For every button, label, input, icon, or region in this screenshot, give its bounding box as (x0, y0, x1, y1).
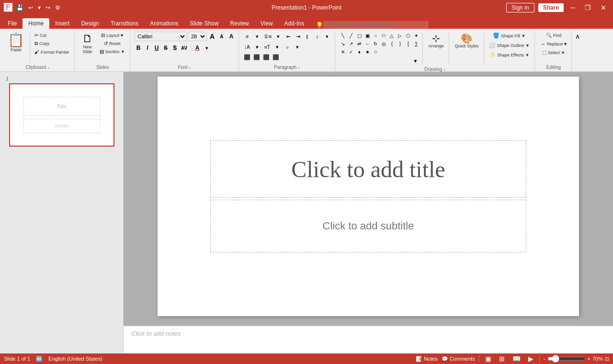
normal-view-button[interactable]: ▣ (483, 354, 493, 364)
smartart-dropdown[interactable]: ▾ (293, 42, 302, 52)
save-button[interactable]: 💾 (14, 3, 25, 12)
tab-animations[interactable]: Animations (144, 18, 184, 29)
zoom-out-button[interactable]: - (544, 356, 545, 362)
strikethrough-button[interactable]: S (161, 44, 170, 52)
numbering-button[interactable]: ①≡ (263, 32, 272, 41)
slide-thumbnail[interactable]: Title Subtitle (9, 83, 114, 147)
more-shapes-button[interactable]: ▼ (410, 56, 420, 66)
line-spacing-dropdown[interactable]: ▾ (322, 32, 332, 41)
shape-outline-button[interactable]: ⬜ Shape Outline ▼ (487, 41, 531, 49)
shape-arrow-up[interactable]: ↗ (347, 40, 355, 47)
font-shrink-button[interactable]: A (217, 32, 226, 41)
justify-button[interactable]: ⬛ (272, 53, 280, 61)
align-right-button[interactable]: ⬛ (262, 53, 271, 61)
replace-button[interactable]: ↔ Replace ▾ (539, 40, 568, 47)
font-size-select[interactable]: 2881012141824364872 (188, 32, 207, 41)
spacing-button[interactable]: AV (180, 44, 189, 52)
slide-sorter-button[interactable]: ⊞ (497, 354, 507, 364)
align-text-button[interactable]: ≡T (263, 43, 272, 51)
font-grow-button[interactable]: A (208, 32, 216, 41)
slide-canvas[interactable]: Click to add title Click to add subtitle (158, 77, 579, 316)
fit-slide-button[interactable]: ⊡ (605, 356, 609, 362)
shape-star-empty[interactable]: ☆ (372, 48, 379, 56)
paste-button[interactable]: 📋 Paste (5, 32, 27, 54)
shape-left-arrow[interactable]: ← (363, 40, 371, 47)
smartart-button[interactable]: ⟐ (283, 43, 292, 51)
shape-triangle[interactable]: △ (388, 32, 396, 39)
shape-hexagon[interactable]: ⬡ (404, 32, 412, 39)
align-text-dropdown[interactable]: ▾ (272, 42, 282, 52)
shape-star5[interactable]: ★ (363, 48, 371, 56)
align-center-button[interactable]: ⬛ (252, 53, 261, 61)
undo-dropdown-button[interactable]: ▾ (36, 3, 43, 12)
paragraph-expand-icon[interactable]: ⌄ (297, 65, 301, 69)
tab-review[interactable]: Review (224, 18, 254, 29)
tab-addins[interactable]: Add-Ins (279, 18, 310, 29)
select-button[interactable]: ⬚ Select ▼ (539, 49, 568, 56)
columns-button[interactable]: ⫿ (303, 32, 312, 41)
notes-area[interactable]: Click to add notes (124, 326, 613, 353)
tab-view[interactable]: View (255, 18, 279, 29)
notes-button[interactable]: 📝 Notes (416, 356, 438, 362)
title-placeholder[interactable]: Click to add title (210, 140, 526, 198)
zoom-in-button[interactable]: + (588, 356, 590, 362)
font-color-button[interactable]: A (193, 44, 202, 52)
subtitle-placeholder[interactable]: Click to add subtitle (210, 200, 526, 252)
tab-file[interactable]: File (2, 18, 23, 29)
reset-button[interactable]: ↺ Reset (98, 40, 127, 47)
underline-button[interactable]: U (152, 44, 161, 52)
find-button[interactable]: 🔍 Find (539, 32, 568, 39)
shape-circle[interactable]: ◎ (380, 40, 387, 47)
shape-diamond[interactable]: ♦ (355, 48, 363, 56)
shape-cross[interactable]: ✕ (339, 48, 347, 56)
drawing-expand-icon[interactable]: ⌄ (443, 67, 446, 71)
shape-line[interactable]: ╲ (339, 32, 347, 39)
bold-button[interactable]: B (134, 44, 143, 52)
shape-check[interactable]: ✓ (347, 48, 355, 56)
numbering-dropdown[interactable]: ▾ (273, 32, 283, 41)
shape-fill-button[interactable]: 🪣 Shape Fill ▼ (487, 32, 531, 40)
tab-design[interactable]: Design (75, 18, 104, 29)
arrange-button[interactable]: ⊹ Arrange (425, 32, 446, 50)
shape-ellipse[interactable]: ⬭ (380, 32, 387, 39)
text-direction-dropdown[interactable]: ▾ (252, 42, 262, 52)
quick-styles-button[interactable]: 🎨 Quick Styles (452, 32, 481, 50)
font-color-dropdown-button[interactable]: ▾ (202, 43, 212, 53)
search-input[interactable] (323, 21, 429, 29)
text-direction-button[interactable]: ↕A (243, 43, 251, 51)
increase-indent-button[interactable]: ⇥ (294, 32, 302, 41)
clipboard-expand-icon[interactable]: ⌄ (47, 65, 50, 69)
shape-rounded-rect[interactable]: ▣ (363, 32, 371, 39)
shape-curved[interactable]: ↻ (372, 40, 379, 47)
customize-quick-access-button[interactable]: ⚙ (53, 3, 62, 12)
reading-view-button[interactable]: 📖 (511, 354, 522, 364)
shape-arrow-down[interactable]: ↘ (339, 40, 347, 47)
shape-star4[interactable]: ✦ (412, 32, 420, 39)
zoom-slider[interactable] (547, 355, 586, 363)
shape-effects-button[interactable]: ✨ Shape Effects ▼ (487, 51, 531, 59)
shape-bracket[interactable]: [ (404, 40, 412, 47)
comments-button[interactable]: 💬 Comments (442, 356, 475, 362)
signin-button[interactable]: Sign in (506, 3, 534, 12)
new-slide-button[interactable]: 🗋 New Slide (79, 32, 97, 56)
shape-line2[interactable]: ╱ (347, 32, 355, 39)
font-family-select[interactable]: CalibriArialTimes New Roman (134, 32, 187, 41)
spell-check-button[interactable]: 🔤 (36, 356, 43, 362)
layout-button[interactable]: ⊟ Layout ▾ (98, 32, 127, 39)
bullets-button[interactable]: ≡ (243, 32, 251, 41)
collapse-ribbon-button[interactable]: ∧ (573, 32, 582, 41)
tab-transitions[interactable]: Transitions (105, 18, 144, 29)
undo-button[interactable]: ↩ (26, 3, 35, 12)
align-left-button[interactable]: ⬛ (243, 53, 251, 61)
line-spacing-button[interactable]: ↕ (313, 32, 321, 41)
close-button[interactable]: ✕ (598, 3, 609, 12)
share-button[interactable]: Share (538, 3, 564, 12)
italic-button[interactable]: I (143, 44, 152, 52)
clear-formatting-button[interactable]: A (227, 32, 236, 41)
section-button[interactable]: ▤ Section ▼ (98, 48, 127, 55)
shape-brace-right[interactable]: } (396, 40, 404, 47)
slideshow-button[interactable]: ▶ (526, 354, 535, 364)
restore-button[interactable]: ❐ (582, 3, 594, 12)
decrease-indent-button[interactable]: ⇤ (284, 32, 293, 41)
copy-button[interactable]: ⧉ Copy (33, 40, 71, 47)
